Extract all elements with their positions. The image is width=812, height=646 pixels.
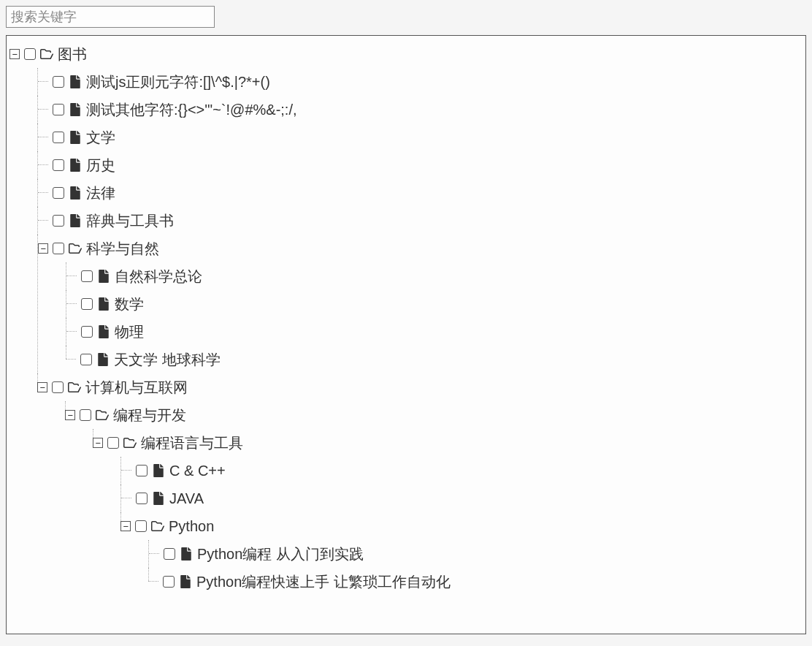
file-icon [179, 575, 192, 588]
toggle-spacer [38, 216, 48, 226]
node-checkbox[interactable] [136, 465, 148, 476]
toggle-spacer [38, 188, 48, 198]
tree-row: C & C++ [121, 457, 803, 484]
tree-row: −编程语言与工具 [93, 429, 803, 457]
tree-node: 法律 [37, 179, 803, 207]
collapse-toggle[interactable]: − [37, 382, 47, 392]
collapse-toggle[interactable]: − [9, 49, 20, 59]
node-label[interactable]: 物理 [115, 322, 144, 342]
folder-open-icon [151, 520, 164, 533]
tree-row: −Python [120, 512, 803, 540]
tree-node: 文学 [37, 123, 803, 151]
file-icon [180, 547, 193, 560]
tree-node: −编程与开发−编程语言与工具C & C++JAVA−PythonPython编程… [65, 401, 803, 596]
node-checkbox[interactable] [53, 243, 64, 254]
node-label[interactable]: 天文学 地球科学 [114, 350, 221, 370]
file-icon [152, 492, 165, 505]
node-checkbox[interactable] [136, 493, 148, 504]
toggle-spacer [66, 299, 77, 309]
node-checkbox[interactable] [53, 215, 64, 227]
node-label[interactable]: 科学与自然 [86, 239, 159, 259]
file-icon [69, 214, 82, 227]
toggle-spacer [38, 160, 48, 170]
node-label[interactable]: Python编程快速上手 让繁琐工作自动化 [196, 572, 451, 592]
tree-node: Python编程快速上手 让繁琐工作自动化 [148, 568, 803, 596]
node-label[interactable]: 法律 [86, 183, 115, 203]
tree-row: 历史 [38, 151, 803, 179]
node-label[interactable]: 测试其他字符:{}<>'"~`!@#%&-;:/, [86, 100, 297, 120]
folder-open-icon [68, 381, 81, 394]
node-label[interactable]: 编程与开发 [113, 406, 186, 425]
folder-open-icon [96, 408, 109, 422]
node-checkbox[interactable] [81, 270, 93, 282]
node-checkbox[interactable] [163, 576, 175, 588]
file-icon [97, 270, 110, 283]
tree-row: −计算机与互联网 [37, 373, 803, 401]
collapse-toggle[interactable]: − [38, 243, 48, 254]
search-input[interactable] [6, 6, 215, 28]
node-checkbox[interactable] [81, 326, 93, 338]
node-checkbox[interactable] [53, 104, 64, 115]
tree-row: 法律 [38, 179, 803, 207]
collapse-toggle[interactable]: − [120, 521, 131, 531]
tree-node: C & C++ [120, 457, 803, 484]
folder-open-icon [123, 436, 137, 449]
node-checkbox[interactable] [81, 298, 93, 310]
node-label[interactable]: Python [169, 518, 214, 535]
tree-root: −图书测试js正则元字符:[]\^$.|?*+()测试其他字符:{}<>'"~`… [9, 40, 803, 596]
node-label[interactable]: 文学 [86, 128, 115, 148]
node-checkbox[interactable] [107, 437, 119, 449]
tree-children: Python编程 从入门到实践Python编程快速上手 让繁琐工作自动化 [120, 540, 803, 596]
node-checkbox[interactable] [53, 187, 64, 199]
tree-node: JAVA [120, 484, 803, 512]
toggle-spacer [66, 271, 77, 281]
node-label[interactable]: 图书 [58, 45, 87, 64]
tree-row: Python编程快速上手 让繁琐工作自动化 [148, 568, 803, 596]
node-checkbox[interactable] [53, 132, 64, 143]
tree-node: −图书测试js正则元字符:[]\^$.|?*+()测试其他字符:{}<>'"~`… [9, 40, 803, 596]
collapse-toggle[interactable]: − [65, 410, 75, 420]
node-label[interactable]: Python编程 从入门到实践 [197, 544, 364, 564]
tree-node: 测试其他字符:{}<>'"~`!@#%&-;:/, [37, 96, 803, 123]
tree-node: −PythonPython编程 从入门到实践Python编程快速上手 让繁琐工作… [120, 512, 803, 596]
tree-panel[interactable]: −图书测试js正则元字符:[]\^$.|?*+()测试其他字符:{}<>'"~`… [6, 35, 806, 634]
node-checkbox[interactable] [135, 520, 147, 532]
node-checkbox[interactable] [164, 548, 175, 560]
node-checkbox[interactable] [24, 48, 36, 60]
toggle-spacer [149, 549, 159, 559]
tree-row: 测试其他字符:{}<>'"~`!@#%&-;:/, [38, 96, 803, 123]
tree-row: −图书 [9, 40, 803, 68]
node-checkbox[interactable] [53, 76, 64, 88]
node-label[interactable]: 计算机与互联网 [85, 378, 188, 398]
node-label[interactable]: 测试js正则元字符:[]\^$.|?*+() [86, 72, 270, 92]
tree-node: 历史 [37, 151, 803, 179]
tree-children: −编程语言与工具C & C++JAVA−PythonPython编程 从入门到实… [65, 429, 803, 596]
node-checkbox[interactable] [80, 354, 92, 365]
tree-row: Python编程 从入门到实践 [149, 540, 803, 568]
tree-node: 测试js正则元字符:[]\^$.|?*+() [37, 68, 803, 96]
node-label[interactable]: 辞典与工具书 [86, 211, 174, 231]
toggle-spacer [121, 466, 131, 476]
node-checkbox[interactable] [80, 409, 91, 421]
file-icon [69, 159, 82, 172]
node-label[interactable]: 编程语言与工具 [141, 433, 243, 453]
tree-children: C & C++JAVA−PythonPython编程 从入门到实践Python编… [93, 457, 803, 596]
node-label[interactable]: 自然科学总论 [115, 267, 202, 286]
tree-children: 测试js正则元字符:[]\^$.|?*+()测试其他字符:{}<>'"~`!@#… [9, 68, 803, 596]
tree-node: Python编程 从入门到实践 [148, 540, 803, 568]
node-label[interactable]: JAVA [169, 490, 204, 507]
node-label[interactable]: C & C++ [169, 463, 226, 479]
toggle-spacer [38, 132, 48, 142]
node-checkbox[interactable] [52, 381, 64, 393]
tree-children: 自然科学总论数学物理天文学 地球科学 [38, 262, 803, 373]
collapse-toggle[interactable]: − [93, 438, 103, 448]
tree-node: 天文学 地球科学 [66, 346, 803, 373]
file-icon [152, 464, 165, 477]
toggle-spacer [38, 104, 48, 115]
tree-node: −编程语言与工具C & C++JAVA−PythonPython编程 从入门到实… [93, 429, 803, 596]
node-label[interactable]: 数学 [115, 294, 144, 314]
tree-row: −编程与开发 [65, 401, 803, 429]
node-label[interactable]: 历史 [86, 156, 115, 175]
folder-open-icon [40, 48, 53, 61]
node-checkbox[interactable] [53, 159, 64, 171]
